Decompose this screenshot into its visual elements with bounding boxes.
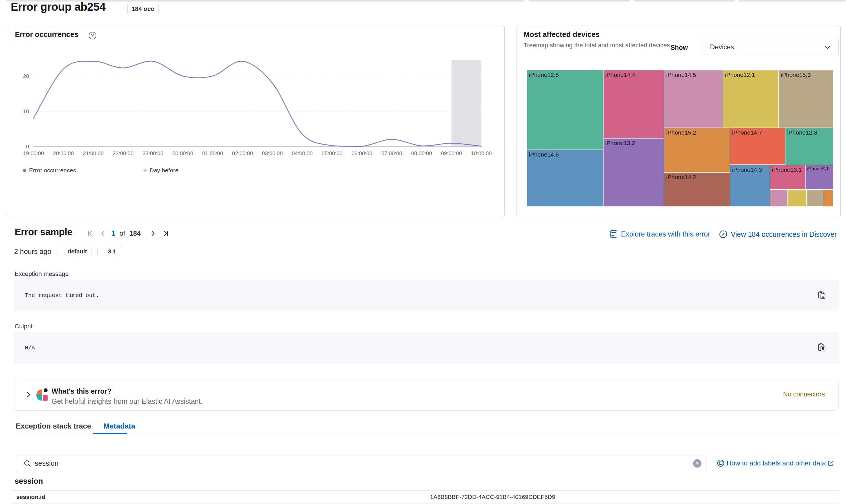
- error-sample-title: Error sample: [15, 227, 72, 237]
- treemap-cell-label: iPhone14,4: [604, 70, 664, 79]
- search-icon: [23, 460, 31, 467]
- treemap-cell[interactable]: [823, 190, 833, 207]
- treemap-cell-label: iPhone14,3: [730, 165, 769, 174]
- treemap-cell[interactable]: iPhone14,3: [730, 165, 770, 207]
- topbar-remnant: [738, 0, 846, 2]
- error-occurrences-card: Error occurrences ? 0102019:00:0020:00:0…: [7, 25, 505, 217]
- culprit-label: Culprit: [15, 323, 33, 330]
- treemap-cell-label: iPhone13,1: [770, 165, 806, 174]
- svg-text:10:00:00: 10:00:00: [471, 150, 492, 156]
- metadata-value: 1A8B8BBF-72DD-4ACC-91B4-40169DDEF5D9: [430, 490, 555, 503]
- exception-message-label: Exception message: [15, 270, 69, 277]
- divider: |: [96, 247, 98, 256]
- explore-traces-link[interactable]: Explore traces with this error: [609, 230, 710, 238]
- treemap-cell[interactable]: iPhone13,2: [603, 138, 664, 207]
- chart-title: Error occurrences: [15, 30, 78, 39]
- first-page-button[interactable]: [86, 229, 95, 238]
- treemap-cell[interactable]: iPhone12,3: [785, 128, 833, 165]
- svg-text:01:00:00: 01:00:00: [202, 150, 223, 156]
- detail-tabs: Exception stack trace Metadata: [16, 422, 135, 434]
- ai-panel-title: What's this error?: [52, 387, 111, 395]
- chevron-right-icon[interactable]: [25, 391, 32, 398]
- copy-icon[interactable]: [817, 343, 826, 352]
- last-page-button[interactable]: [161, 229, 170, 238]
- legend-item-day-before[interactable]: Day before: [143, 167, 179, 174]
- treemap-cell[interactable]: [788, 190, 807, 207]
- search-input[interactable]: [35, 455, 691, 471]
- svg-text:09:00:00: 09:00:00: [441, 150, 462, 156]
- devices-treemap: iPhone12,5iPhone14,6iPhone14,4iPhone13,2…: [527, 70, 833, 207]
- svg-text:00:00:00: 00:00:00: [172, 150, 193, 156]
- active-tab-underline: [93, 433, 127, 434]
- svg-text:20:00:00: 20:00:00: [53, 150, 74, 156]
- view-occurrences-label: View 184 occurrences in Discover: [731, 230, 837, 238]
- treemap-cell[interactable]: iPhone14,7: [730, 128, 785, 165]
- occurrences-count-badge: 184 occ: [127, 4, 159, 14]
- metadata-row: session.id1A8B8BBF-72DD-4ACC-91B4-40169D…: [11, 490, 839, 503]
- tab-metadata[interactable]: Metadata: [103, 422, 135, 434]
- svg-text:22:00:00: 22:00:00: [113, 150, 133, 156]
- svg-text:06:00:00: 06:00:00: [352, 150, 372, 156]
- metadata-key: session.id: [16, 490, 46, 503]
- treemap-cell-label: iPhone8,1: [806, 165, 833, 173]
- svg-text:02:00:00: 02:00:00: [232, 150, 253, 156]
- treemap-cell[interactable]: iPhone12,5: [527, 70, 603, 150]
- help-icon[interactable]: ?: [89, 32, 96, 39]
- current-page: 1: [111, 230, 115, 237]
- of-label: of: [120, 230, 125, 237]
- error-occurrences-line-chart: 0102019:00:0020:00:0021:00:0022:00:0023:…: [14, 57, 493, 159]
- divider: |: [56, 247, 58, 256]
- svg-text:19:00:00: 19:00:00: [23, 150, 44, 156]
- treemap-cell[interactable]: iPhone14,6: [527, 150, 603, 207]
- total-pages: 184: [129, 230, 141, 237]
- page-title: Error group ab254: [11, 1, 106, 13]
- copy-icon[interactable]: [817, 291, 826, 300]
- treemap-cell[interactable]: [807, 190, 823, 207]
- metadata-table: session.id1A8B8BBF-72DD-4ACC-91B4-40169D…: [11, 490, 839, 503]
- sample-meta-row: 2 hours ago | default | 3.1: [14, 247, 121, 256]
- version-badge: 3.1: [103, 247, 121, 256]
- how-to-add-labels-link[interactable]: How to add labels and other data: [717, 459, 834, 467]
- treemap-cell[interactable]: iPhone12,1: [723, 70, 779, 128]
- show-devices-select[interactable]: Devices: [701, 38, 839, 56]
- most-affected-devices-card: Most affected devices Treemap showing th…: [516, 25, 841, 217]
- ai-assistant-panel[interactable]: What's this error? Get helpful insights …: [14, 379, 839, 411]
- svg-text:08:00:00: 08:00:00: [411, 150, 432, 156]
- tab-exception-stack-trace[interactable]: Exception stack trace: [16, 422, 91, 434]
- treemap-cell[interactable]: iPhone14,2: [664, 172, 730, 207]
- treemap-cell-label: iPhone15,3: [779, 70, 833, 79]
- treemap-cell[interactable]: iPhone14,4: [603, 70, 664, 138]
- treemap-cell[interactable]: iPhone14,5: [664, 70, 723, 128]
- treemap-cell-label: iPhone14,5: [664, 70, 723, 79]
- life-ring-icon: [717, 459, 725, 467]
- show-label: Show: [670, 44, 688, 52]
- view-occurrences-discover-link[interactable]: View 184 occurrences in Discover: [719, 230, 837, 239]
- treemap-cell[interactable]: iPhone8,1: [806, 165, 833, 190]
- treemap-cell-label: iPhone15,2: [664, 128, 730, 137]
- svg-text:23:00:00: 23:00:00: [143, 150, 163, 156]
- environment-badge: default: [63, 247, 92, 256]
- culprit-box: N/A: [14, 332, 839, 364]
- treemap-cell[interactable]: iPhone13,1: [770, 165, 806, 190]
- discover-compass-icon: [719, 230, 728, 239]
- treemap-cell-label: iPhone12,5: [527, 70, 603, 79]
- treemap-cell[interactable]: iPhone15,3: [779, 70, 833, 128]
- treemap-title: Most affected devices: [524, 30, 599, 39]
- treemap-cell-label: iPhone14,7: [730, 128, 785, 137]
- svg-text:04:00:00: 04:00:00: [292, 150, 312, 156]
- treemap-cell[interactable]: iPhone15,2: [664, 128, 730, 172]
- exception-message-value: The request timed out.: [25, 292, 99, 299]
- sample-pagination: 1 of 184: [86, 229, 170, 238]
- culprit-value: N/A: [25, 345, 35, 351]
- next-page-button[interactable]: [149, 229, 157, 238]
- divider: [831, 379, 831, 411]
- previous-page-button[interactable]: [99, 229, 107, 238]
- clear-search-icon[interactable]: ✕: [693, 459, 702, 468]
- exception-message-box: The request timed out.: [14, 280, 839, 311]
- svg-text:05:00:00: 05:00:00: [322, 150, 342, 156]
- legend-item-error-occurrences[interactable]: Error occurrences: [23, 167, 76, 174]
- svg-text:10: 10: [23, 108, 29, 114]
- treemap-cell-label: iPhone12,1: [723, 70, 778, 79]
- trace-list-icon: [609, 230, 618, 238]
- treemap-cell[interactable]: [770, 190, 788, 207]
